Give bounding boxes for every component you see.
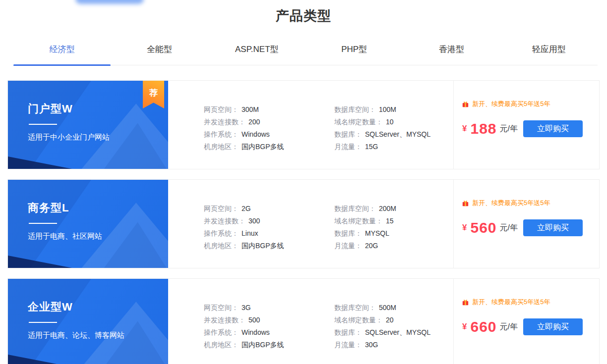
product-tagline: 适用于中小企业门户网站 — [28, 133, 168, 142]
spec-label: 域名绑定数量： — [334, 316, 383, 324]
spec-value: 200M — [379, 205, 396, 212]
spec-label: 操作系统： — [204, 130, 239, 138]
spec-value: 国内BGP多线 — [242, 143, 284, 151]
price-unit: 元/年 — [500, 322, 518, 332]
price-value: 560 — [470, 219, 496, 236]
spec-label: 操作系统： — [204, 229, 239, 237]
product-card-enterprise: 企业型W 适用于电商、论坛、博客网站 网页空间：3G 并发连接数：500 操作系… — [7, 278, 600, 364]
spec-row: 数据库空间：100M — [334, 104, 430, 116]
spec-value: 10 — [386, 118, 394, 126]
spec-column-right: 数据库空间：100M 域名绑定数量：10 数据库：SQLServer、MYSQL… — [334, 104, 430, 169]
spec-label: 月流量： — [334, 341, 362, 349]
gift-icon — [462, 299, 469, 306]
tab-label: 轻应用型 — [532, 45, 566, 54]
tab-allround[interactable]: 全能型 — [111, 39, 208, 65]
spec-value: 15 — [386, 217, 394, 225]
panel-content: 商务型L 适用于电商、社区网站 — [8, 180, 168, 241]
spec-row: 操作系统：Windows — [204, 128, 334, 141]
price-unit: 元/年 — [500, 124, 518, 134]
spec-label: 机房地区： — [204, 341, 239, 349]
tab-label: PHP型 — [341, 45, 367, 54]
title-divider — [29, 322, 57, 323]
spec-value: 200 — [248, 118, 260, 126]
tab-label: ASP.NET型 — [235, 45, 279, 54]
spec-label: 数据库： — [334, 130, 362, 138]
spec-row: 月流量：15G — [334, 141, 430, 153]
spec-row: 数据库空间：500M — [334, 302, 430, 314]
spec-column-left: 网页空间：300M 并发连接数：200 操作系统：Windows 机房地区：国内… — [204, 104, 334, 169]
product-promo-panel: 商务型L 适用于电商、社区网站 — [8, 180, 168, 268]
spec-label: 网页空间： — [204, 205, 239, 212]
spec-value: 15G — [365, 143, 378, 151]
spec-list: 网页空间：2G 并发连接数：300 操作系统：Linux 机房地区：国内BGP多… — [168, 180, 453, 268]
spec-column-left: 网页空间：3G 并发连接数：500 操作系统：Windows 机房地区：国内BG… — [204, 302, 334, 364]
buy-now-button[interactable]: 立即购买 — [523, 318, 583, 335]
spec-column-right: 数据库空间：500M 域名绑定数量：20 数据库：SQLServer、MYSQL… — [334, 302, 430, 364]
spec-value: 30G — [365, 341, 378, 349]
promo-line: 新开、续费最高买5年送5年 — [462, 100, 599, 108]
spec-row: 网页空间：300M — [204, 104, 334, 116]
spec-value: 100M — [379, 105, 396, 113]
title-divider — [29, 223, 57, 224]
spec-label: 域名绑定数量： — [334, 217, 383, 225]
spec-row: 数据库：MYSQL — [334, 227, 396, 240]
tab-label: 香港型 — [439, 45, 464, 54]
buy-now-button[interactable]: 立即购买 — [523, 120, 583, 137]
price-line: ¥ 560 元/年 立即购买 — [462, 219, 599, 236]
tab-hongkong[interactable]: 香港型 — [403, 39, 500, 65]
currency-symbol: ¥ — [462, 124, 467, 134]
price-value: 188 — [470, 120, 496, 137]
spec-column-left: 网页空间：2G 并发连接数：300 操作系统：Linux 机房地区：国内BGP多… — [204, 203, 334, 268]
spec-label: 数据库空间： — [334, 304, 376, 312]
spec-list: 网页空间：3G 并发连接数：500 操作系统：Windows 机房地区：国内BG… — [168, 279, 453, 364]
promo-line: 新开、续费最高买5年送5年 — [462, 199, 599, 208]
spec-row: 机房地区：国内BGP多线 — [204, 240, 334, 252]
promo-text: 新开、续费最高买5年送5年 — [472, 298, 550, 307]
price-section: 新开、续费最高买5年送5年 ¥ 188 元/年 立即购买 — [453, 81, 599, 169]
spec-row: 并发连接数：500 — [204, 314, 334, 326]
spec-label: 并发连接数： — [204, 316, 245, 324]
panel-content: 企业型W 适用于电商、论坛、博客网站 — [8, 279, 168, 340]
spec-row: 机房地区：国内BGP多线 — [204, 141, 334, 153]
spec-label: 并发连接数： — [204, 217, 245, 225]
price-section: 新开、续费最高买5年送5年 ¥ 560 元/年 立即购买 — [453, 180, 599, 268]
spec-label: 数据库： — [334, 328, 362, 336]
gift-icon — [462, 200, 469, 207]
promo-text: 新开、续费最高买5年送5年 — [472, 100, 550, 108]
spec-label: 操作系统： — [204, 328, 239, 336]
spec-row: 操作系统：Windows — [204, 326, 334, 339]
spec-value: 20G — [365, 242, 378, 250]
price-unit: 元/年 — [500, 223, 518, 233]
tab-aspnet[interactable]: ASP.NET型 — [208, 39, 305, 65]
promo-line: 新开、续费最高买5年送5年 — [462, 298, 599, 307]
product-promo-panel: 荐 门户型W 适用于中小企业门户网站 — [8, 81, 168, 169]
spec-value: Windows — [242, 130, 270, 138]
spec-label: 机房地区： — [204, 143, 239, 151]
spec-value: Linux — [242, 229, 258, 237]
product-name: 企业型W — [28, 300, 168, 314]
cutoff-blue-element — [75, 0, 144, 4]
tab-php[interactable]: PHP型 — [305, 39, 403, 65]
currency-symbol: ¥ — [462, 322, 467, 332]
tab-economy[interactable]: 经济型 — [13, 39, 111, 65]
price-line: ¥ 660 元/年 立即购买 — [462, 318, 599, 335]
spec-label: 数据库空间： — [334, 205, 376, 212]
spec-row: 网页空间：3G — [204, 302, 334, 314]
spec-value: SQLServer、MYSQL — [365, 130, 430, 138]
spec-value: 300M — [242, 105, 259, 113]
spec-row: 并发连接数：300 — [204, 215, 334, 227]
spec-value: 20 — [386, 316, 394, 324]
spec-row: 域名绑定数量：15 — [334, 215, 396, 227]
spec-value: 2G — [242, 205, 251, 212]
promo-text: 新开、续费最高买5年送5年 — [472, 199, 550, 208]
product-type-tabs: 经济型 全能型 ASP.NET型 PHP型 香港型 轻应用型 — [13, 39, 598, 65]
price-section: 新开、续费最高买5年送5年 ¥ 660 元/年 立即购买 — [453, 279, 599, 364]
spec-row: 月流量：20G — [334, 240, 396, 252]
tab-lightapp[interactable]: 轻应用型 — [500, 39, 598, 65]
buy-now-button[interactable]: 立即购买 — [523, 219, 583, 236]
spec-value: 500M — [379, 304, 396, 312]
spec-column-right: 数据库空间：200M 域名绑定数量：15 数据库：MYSQL 月流量：20G — [334, 203, 396, 268]
product-tagline: 适用于电商、社区网站 — [28, 232, 168, 241]
spec-row: 网页空间：2G — [204, 203, 334, 215]
spec-row: 数据库：SQLServer、MYSQL — [334, 326, 430, 339]
